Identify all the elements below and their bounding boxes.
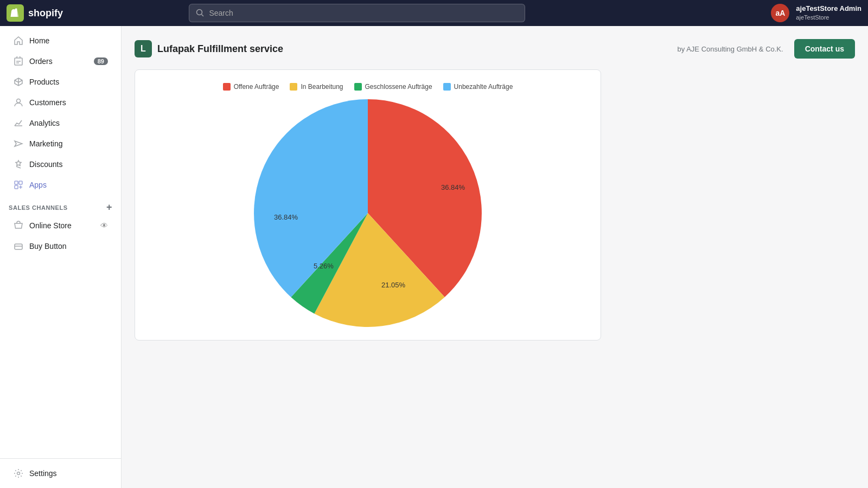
user-info: ajeTestStore Admin ajeTestStore xyxy=(796,4,861,21)
svg-rect-9 xyxy=(15,181,18,184)
buy-button-icon xyxy=(13,241,24,252)
sidebar-item-marketing[interactable]: Marketing xyxy=(4,134,117,153)
svg-rect-11 xyxy=(15,185,18,189)
sidebar-item-buy-button[interactable]: Buy Button xyxy=(4,236,117,256)
sidebar-marketing-label: Marketing xyxy=(29,139,62,148)
sidebar-analytics-label: Analytics xyxy=(29,119,60,127)
add-sales-channel-button[interactable]: + xyxy=(106,202,112,213)
svg-point-14 xyxy=(17,472,20,475)
app-title-area: L Lufapak Fulfillment service xyxy=(135,40,283,57)
legend-dot-unbezahlte xyxy=(443,83,451,91)
sidebar-item-online-store[interactable]: Online Store 👁 xyxy=(4,216,117,235)
online-store-label: Online Store xyxy=(29,221,72,230)
search-bar[interactable]: Search xyxy=(189,4,525,22)
shopify-wordmark: shopify xyxy=(28,8,63,19)
orders-badge: 89 xyxy=(94,57,108,65)
discounts-icon xyxy=(13,159,24,170)
top-navigation: shopify Search aA ajeTestStore Admin aje… xyxy=(0,0,868,26)
user-admin-name: ajeTestStore Admin xyxy=(796,4,861,14)
search-placeholder: Search xyxy=(209,9,233,17)
sales-channels-section: SALES CHANNELS + xyxy=(0,195,121,215)
legend-item-bearbeitung: In Bearbeitung xyxy=(290,83,343,91)
svg-rect-12 xyxy=(15,244,22,249)
app-logo: L xyxy=(135,40,152,57)
legend-item-offene: Offene Aufträge xyxy=(223,83,279,91)
topnav-right: aA ajeTestStore Admin ajeTestStore xyxy=(771,4,861,22)
avatar[interactable]: aA xyxy=(771,4,789,22)
legend-label-bearbeitung: In Bearbeitung xyxy=(301,83,343,91)
pie-chart-container xyxy=(148,99,588,327)
sidebar: Home Orders 89 Products xyxy=(0,26,122,488)
legend-dot-offene xyxy=(223,83,231,91)
svg-marker-7 xyxy=(15,141,22,146)
sidebar-item-discounts[interactable]: Discounts xyxy=(4,155,117,174)
shopify-logo-icon xyxy=(7,4,24,22)
sidebar-item-home[interactable]: Home xyxy=(4,31,117,50)
home-icon xyxy=(13,35,24,46)
app-header: L Lufapak Fulfillment service by AJE Con… xyxy=(135,39,855,59)
shopify-logo[interactable]: shopify xyxy=(7,4,63,22)
sales-channels-label: SALES CHANNELS xyxy=(9,204,68,211)
customers-icon xyxy=(13,97,24,108)
svg-point-5 xyxy=(17,99,21,103)
sidebar-item-settings[interactable]: Settings xyxy=(4,464,117,483)
search-icon xyxy=(196,9,205,17)
sidebar-products-label: Products xyxy=(29,78,59,86)
chart-legend: Offene Aufträge In Bearbeitung Geschloss… xyxy=(148,83,588,91)
legend-label-offene: Offene Aufträge xyxy=(234,83,279,91)
apps-icon xyxy=(13,179,24,190)
sidebar-orders-label: Orders xyxy=(29,57,53,66)
app-title: Lufapak Fulfillment service xyxy=(157,43,283,55)
legend-item-unbezahlte: Unbezahlte Aufträge xyxy=(443,83,513,91)
user-store-name: ajeTestStore xyxy=(796,14,861,21)
settings-icon xyxy=(13,468,24,479)
pie-chart-svg xyxy=(254,99,482,327)
online-store-icon xyxy=(13,220,24,231)
sidebar-item-products[interactable]: Products xyxy=(4,72,117,92)
sidebar-item-analytics[interactable]: Analytics xyxy=(4,113,117,133)
main-content: L Lufapak Fulfillment service by AJE Con… xyxy=(122,26,868,488)
sidebar-item-customers[interactable]: Customers xyxy=(4,93,117,112)
svg-point-0 xyxy=(197,10,202,15)
legend-label-unbezahlte: Unbezahlte Aufträge xyxy=(454,83,513,91)
sidebar-discounts-label: Discounts xyxy=(29,160,62,169)
analytics-icon xyxy=(13,118,24,129)
legend-dot-geschlossene xyxy=(354,83,362,91)
sidebar-item-orders[interactable]: Orders 89 xyxy=(4,52,117,71)
contact-us-button[interactable]: Contact us xyxy=(794,39,855,59)
app-by-text: by AJE Consulting GmbH & Co.K. xyxy=(678,45,783,53)
sidebar-customers-label: Customers xyxy=(29,98,66,107)
settings-label: Settings xyxy=(29,469,57,478)
legend-item-geschlossene: Geschlossene Aufträge xyxy=(354,83,432,91)
marketing-icon xyxy=(13,138,24,149)
buy-button-label: Buy Button xyxy=(29,242,67,251)
sidebar-home-label: Home xyxy=(29,36,49,45)
svg-line-1 xyxy=(202,15,204,17)
chart-card: Offene Aufträge In Bearbeitung Geschloss… xyxy=(135,69,601,341)
svg-rect-10 xyxy=(19,181,22,184)
orders-icon xyxy=(13,56,24,67)
legend-dot-bearbeitung xyxy=(290,83,297,91)
products-icon xyxy=(13,76,24,87)
sidebar-item-apps[interactable]: Apps xyxy=(4,175,117,195)
svg-line-8 xyxy=(16,166,21,168)
online-store-eye-icon[interactable]: 👁 xyxy=(100,221,108,230)
sidebar-apps-label: Apps xyxy=(29,181,47,189)
legend-label-geschlossene: Geschlossene Aufträge xyxy=(365,83,432,91)
